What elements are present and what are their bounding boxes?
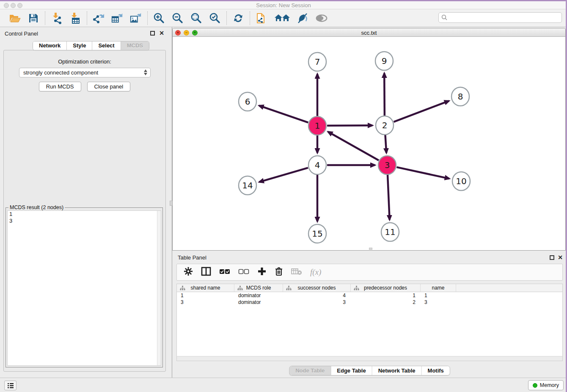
control-panel-float-icon[interactable] xyxy=(150,31,155,36)
graph-node-3[interactable]: 3 xyxy=(378,156,396,174)
function-builder-icon: f(x) xyxy=(310,268,321,277)
cell-successor-nodes[interactable]: 4 xyxy=(283,292,351,299)
svg-text:4: 4 xyxy=(315,160,320,170)
panel-splitter[interactable] xyxy=(169,27,172,378)
column-header-successor-nodes[interactable]: successor nodes xyxy=(283,284,351,292)
column-header-MCDS-role[interactable]: MCDS role xyxy=(234,284,283,292)
cell-successor-nodes[interactable]: 3 xyxy=(283,299,351,306)
cell-MCDS-role[interactable]: dominator xyxy=(234,299,283,306)
table-panel-title: Table Panel xyxy=(178,254,206,261)
export-image-icon[interactable] xyxy=(129,12,142,25)
export-network-icon[interactable] xyxy=(92,12,105,25)
table-row[interactable]: 1dominator411 xyxy=(177,292,562,299)
graph-node-15[interactable]: 15 xyxy=(308,224,326,243)
network-window-title: scc.txt xyxy=(173,30,565,36)
graph-node-4[interactable]: 4 xyxy=(308,156,326,174)
tab-style[interactable]: Style xyxy=(67,41,92,50)
save-session-icon[interactable] xyxy=(27,12,40,25)
graph-edge-1-2[interactable] xyxy=(327,125,372,126)
settings-gear-icon[interactable] xyxy=(184,267,193,278)
import-table-icon[interactable] xyxy=(69,12,82,25)
svg-text:14: 14 xyxy=(242,180,253,190)
cell-name[interactable]: 3 xyxy=(421,299,456,306)
mcds-tab-panel: Optimization criterion: strongly connect… xyxy=(3,50,166,372)
deselect-all-checks-icon[interactable] xyxy=(238,268,249,276)
table-panel-close-icon[interactable]: ✕ xyxy=(558,254,563,261)
network-window-titlebar[interactable]: × − + scc.txt xyxy=(173,28,565,37)
import-network-icon[interactable] xyxy=(50,12,63,25)
cell-MCDS-role[interactable]: dominator xyxy=(234,292,283,299)
zoom-out-icon[interactable] xyxy=(171,12,184,25)
graph-edge-2-9[interactable] xyxy=(384,73,385,116)
zoom-fit-icon[interactable] xyxy=(190,12,203,25)
criterion-select[interactable]: strongly connected component xyxy=(19,68,151,77)
run-mcds-button[interactable]: Run MCDS xyxy=(39,82,81,91)
search-icon xyxy=(441,14,448,22)
mcds-result-title: MCDS result (2 nodes) xyxy=(8,204,65,210)
cell-predecessor-nodes[interactable]: 1 xyxy=(351,292,421,299)
export-table-icon[interactable] xyxy=(111,12,124,25)
graph-edge-4-14[interactable] xyxy=(259,168,308,182)
tab-network-table[interactable]: Network Table xyxy=(372,366,422,375)
cell-name[interactable]: 1 xyxy=(421,292,456,299)
tab-motifs[interactable]: Motifs xyxy=(422,366,450,375)
graph-node-9[interactable]: 9 xyxy=(375,52,393,70)
criterion-selected-value: strongly connected component xyxy=(23,69,98,76)
home-icon[interactable] xyxy=(274,12,291,25)
graph-node-2[interactable]: 2 xyxy=(376,116,394,135)
open-session-icon[interactable] xyxy=(8,12,21,25)
canvas-resize-handle[interactable] xyxy=(369,248,372,250)
graph-node-8[interactable]: 8 xyxy=(451,87,469,106)
tab-select[interactable]: Select xyxy=(92,41,121,50)
table-hscrollbar[interactable] xyxy=(177,356,562,361)
select-all-checks-icon[interactable] xyxy=(219,268,230,276)
graph-edge-2-8[interactable] xyxy=(394,101,449,122)
close-panel-button[interactable]: Close panel xyxy=(87,82,131,91)
task-history-button[interactable] xyxy=(4,381,17,390)
control-panel-close-icon[interactable]: ✕ xyxy=(159,30,164,36)
mcds-result-textarea[interactable]: 13 xyxy=(7,210,161,366)
graphics-details-icon[interactable] xyxy=(297,12,309,25)
svg-text:1: 1 xyxy=(315,121,320,131)
table-row[interactable]: 3dominator323 xyxy=(177,299,562,306)
graph-edge-3-11[interactable] xyxy=(388,175,390,220)
table-panel-float-icon[interactable] xyxy=(550,255,554,260)
node-table[interactable]: shared nameMCDS rolesuccessor nodesprede… xyxy=(176,284,563,361)
graph-edge-2-3[interactable] xyxy=(385,135,386,153)
result-scrollbar[interactable] xyxy=(157,211,161,365)
tab-network[interactable]: Network xyxy=(33,41,67,50)
zoom-selected-icon[interactable] xyxy=(209,12,221,25)
graph-edge-3-10[interactable] xyxy=(396,167,449,179)
zoom-in-icon[interactable] xyxy=(153,12,165,25)
column-header-predecessor-nodes[interactable]: predecessor nodes xyxy=(351,284,421,292)
cell-predecessor-nodes[interactable]: 2 xyxy=(351,299,421,306)
show-hide-preview-icon[interactable] xyxy=(315,12,328,25)
graph-node-1[interactable]: 1 xyxy=(308,116,326,135)
graph-node-7[interactable]: 7 xyxy=(308,52,326,71)
delete-column-icon[interactable] xyxy=(275,267,283,278)
graph-edge-3-1[interactable] xyxy=(328,132,379,160)
graph-node-10[interactable]: 10 xyxy=(452,172,470,190)
network-canvas[interactable]: 7968124314101511 xyxy=(173,37,565,250)
refresh-view-icon[interactable] xyxy=(232,12,245,25)
graph-edge-1-6[interactable] xyxy=(259,105,308,122)
graph-node-14[interactable]: 14 xyxy=(239,176,256,195)
memory-button[interactable]: Memory xyxy=(528,380,564,390)
cell-shared-name[interactable]: 1 xyxy=(177,292,234,299)
search-input[interactable] xyxy=(438,12,562,23)
tab-mcds[interactable]: MCDS xyxy=(121,41,149,50)
memory-status-icon xyxy=(533,383,537,388)
column-header-name[interactable]: name xyxy=(421,284,456,292)
column-header-shared-name[interactable]: shared name xyxy=(177,284,234,292)
optimization-criterion-label: Optimization criterion: xyxy=(4,58,165,65)
network-from-file-icon[interactable] xyxy=(255,12,268,25)
cell-shared-name[interactable]: 3 xyxy=(177,299,234,306)
mcds-result-line: 1 xyxy=(8,211,161,218)
split-columns-icon[interactable] xyxy=(201,267,211,278)
svg-text:15: 15 xyxy=(312,229,322,239)
graph-node-11[interactable]: 11 xyxy=(381,223,399,241)
tab-edge-table[interactable]: Edge Table xyxy=(331,366,372,375)
graph-node-6[interactable]: 6 xyxy=(239,92,256,111)
add-column-icon[interactable] xyxy=(257,267,267,278)
tab-node-table[interactable]: Node Table xyxy=(289,366,331,375)
